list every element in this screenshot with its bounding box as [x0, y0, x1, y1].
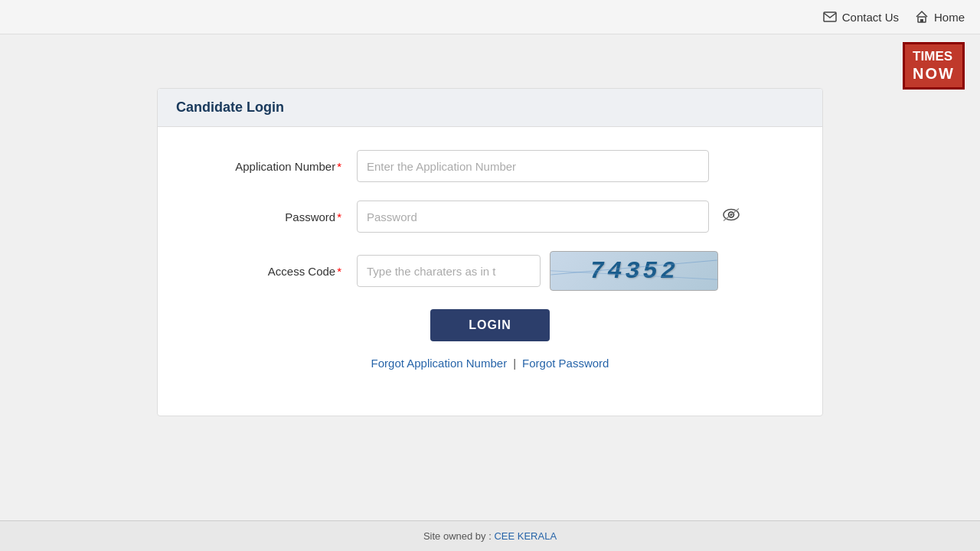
application-number-input-wrapper: [357, 150, 792, 182]
link-separator: |: [513, 357, 516, 370]
password-input[interactable]: [357, 201, 709, 233]
home-label: Home: [934, 11, 965, 24]
svg-rect-2: [920, 19, 923, 22]
footer-text: Site owned by :: [423, 530, 492, 542]
main-content: TIMES NOW Candidate Login Application Nu…: [0, 34, 980, 520]
footer: Site owned by : CEE KERALA: [0, 520, 980, 551]
required-star-access: *: [337, 265, 341, 278]
access-code-wrapper: 74352: [357, 251, 718, 291]
contact-icon: [822, 9, 838, 24]
access-code-row: Access Code* 74352: [188, 251, 792, 291]
password-wrapper: [357, 201, 709, 233]
card-title: Candidate Login: [176, 99, 284, 115]
required-star-pwd: *: [337, 210, 341, 223]
times-now-logo: TIMES NOW: [903, 42, 965, 90]
eye-icon[interactable]: [723, 208, 740, 226]
home-link[interactable]: Home: [914, 9, 965, 24]
access-code-label: Access Code*: [188, 265, 357, 278]
required-star-app: *: [337, 160, 341, 173]
cee-kerala-link[interactable]: CEE KERALA: [494, 530, 557, 542]
password-label: Password*: [188, 210, 357, 223]
forgot-password-link[interactable]: Forgot Password: [522, 357, 609, 370]
svg-rect-0: [824, 12, 836, 21]
forgot-links: Forgot Application Number | Forgot Passw…: [188, 357, 792, 370]
application-number-input[interactable]: [357, 150, 709, 182]
contact-us-label: Contact Us: [842, 11, 899, 24]
contact-us-link[interactable]: Contact Us: [822, 9, 899, 24]
forgot-application-number-link[interactable]: Forgot Application Number: [371, 357, 508, 370]
login-card: Candidate Login Application Number* Pass…: [157, 88, 823, 416]
application-number-row: Application Number*: [188, 150, 792, 182]
card-header: Candidate Login: [158, 89, 822, 127]
access-code-input[interactable]: [357, 255, 541, 287]
password-input-wrapper: [357, 201, 792, 233]
topbar: Contact Us Home: [0, 0, 980, 34]
captcha-image: 74352: [550, 251, 718, 291]
password-row: Password*: [188, 201, 792, 233]
home-icon: [914, 9, 929, 24]
application-number-label: Application Number*: [188, 160, 357, 173]
login-btn-row: LOGIN: [188, 309, 792, 341]
access-code-input-wrapper: 74352: [357, 251, 792, 291]
login-button[interactable]: LOGIN: [430, 309, 550, 341]
card-body: Application Number* Password*: [158, 127, 822, 393]
